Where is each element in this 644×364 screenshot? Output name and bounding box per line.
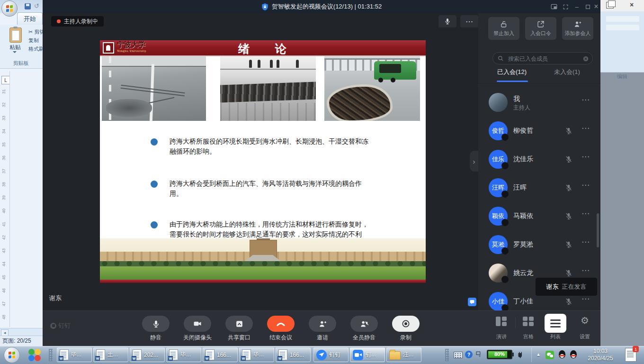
mute-all-button[interactable] xyxy=(350,316,378,332)
taskbar-grip[interactable] xyxy=(445,349,449,361)
tab-stop-selector[interactable]: L xyxy=(1,76,10,84)
settings-button[interactable]: ⚙ xyxy=(581,315,589,326)
taskbar-grip[interactable] xyxy=(49,349,53,361)
taskbar-word-doc-4[interactable]: 毕... xyxy=(166,347,201,362)
list-view-button[interactable] xyxy=(545,314,566,333)
lock-meeting-button[interactable]: 禁止加入 xyxy=(488,17,519,40)
member-row[interactable]: 莫淞 罗莫淞 ⋯ xyxy=(478,230,600,259)
pip-mode-button[interactable] xyxy=(550,3,558,10)
taskbar-dingtalk[interactable]: 钉钉 xyxy=(313,347,349,362)
speaker-view-button[interactable] xyxy=(496,317,507,326)
member-row[interactable]: 俊哲 柳俊哲 ⋯ xyxy=(478,117,600,145)
shared-slide: 绪 论 宁波大学Ningbo University 跨海大桥所服役的环境长期受到… xyxy=(100,40,426,283)
ruler-number: 31 xyxy=(1,87,6,94)
ruler-number: 33 xyxy=(1,114,6,120)
qq-tray-icon[interactable] xyxy=(558,350,566,359)
member-more-button[interactable]: ⋯ xyxy=(581,265,595,275)
taskbar-word-doc-7[interactable]: 166... xyxy=(276,347,311,362)
scroll-left-arrow[interactable]: ◄ xyxy=(1,329,9,336)
taskbar-word-doc-6[interactable]: 毕... xyxy=(239,347,274,362)
member-row[interactable]: 汪晖 汪晖 ⋯ xyxy=(478,173,600,202)
taskbar-word-doc-1[interactable]: 毕... xyxy=(57,347,92,362)
end-meeting-button[interactable] xyxy=(267,316,295,332)
cut-button[interactable]: ✂ 剪切 xyxy=(28,28,43,36)
start-button[interactable] xyxy=(4,347,20,363)
add-participant-button[interactable]: 添加参会人 xyxy=(562,17,593,40)
member-more-button[interactable]: ⋯ xyxy=(581,123,595,133)
grid-view-button[interactable] xyxy=(523,317,534,326)
muted-mic-icon[interactable] xyxy=(564,183,573,194)
close-button[interactable]: × xyxy=(592,3,600,10)
search-input[interactable] xyxy=(507,54,580,64)
wechat-tray-icon[interactable] xyxy=(546,351,554,359)
muted-mic-icon[interactable] xyxy=(564,155,573,165)
show-hidden-icons-button[interactable]: ▲ xyxy=(536,352,541,357)
mic-status-button[interactable] xyxy=(438,15,456,27)
mute-label: 静音 xyxy=(134,334,177,342)
word-doc-icon xyxy=(60,349,69,360)
member-row[interactable]: 佳乐 沈佳乐 ⋯ xyxy=(478,145,600,173)
window-tray-icon[interactable] xyxy=(475,351,482,357)
muted-mic-icon[interactable] xyxy=(564,297,573,308)
sidebar-scrollbar[interactable] xyxy=(597,213,599,247)
word-doc-icon xyxy=(133,349,142,360)
sidebar-collapse-handle[interactable]: › xyxy=(470,151,478,172)
windows-taskbar: 毕... 土... 202... 毕... 166... 毕... 166...… xyxy=(0,346,644,364)
qq-tray-icon[interactable] xyxy=(570,350,577,359)
paste-dropdown-arrow[interactable] xyxy=(13,51,17,55)
undo-icon[interactable]: ↺ xyxy=(34,2,39,9)
paste-icon[interactable] xyxy=(9,27,22,43)
muted-mic-icon[interactable] xyxy=(564,127,573,137)
word-tab-home[interactable]: 开始 xyxy=(17,12,43,25)
university-logo: 宁波大学Ningbo University xyxy=(103,42,146,54)
member-more-button[interactable]: ⋯ xyxy=(581,209,595,218)
record-button[interactable] xyxy=(392,316,420,332)
tab-not-joined[interactable]: 未入会(1) xyxy=(554,68,580,76)
member-row[interactable]: 颖依 马颖依 ⋯ xyxy=(478,202,600,230)
member-more-button[interactable]: ⋯ xyxy=(581,152,595,162)
taskbar-dingtalk-meeting[interactable]: 钉... xyxy=(350,347,385,362)
taskbar-word-doc-2[interactable]: 土... xyxy=(93,347,128,362)
taskbar-word-doc-5[interactable]: 166... xyxy=(203,347,238,362)
restore-window-icon[interactable] xyxy=(606,2,614,9)
camera-off-button[interactable] xyxy=(184,316,211,332)
member-more-button[interactable]: ⋯ xyxy=(581,180,595,190)
word-hscrollbar[interactable]: ◄ xyxy=(0,328,43,336)
keyboard-tray-icon[interactable] xyxy=(454,352,463,358)
help-tray-icon[interactable]: ? xyxy=(465,351,473,358)
grid-view-label: 宫格 xyxy=(514,333,543,340)
meeting-passcode-button[interactable]: 入会口令 xyxy=(525,17,556,40)
tab-joined[interactable]: 已入会(12) xyxy=(497,68,527,76)
maximize-button[interactable] xyxy=(584,3,591,10)
paste-label[interactable]: 粘贴 xyxy=(3,44,27,52)
share-screen-button[interactable] xyxy=(225,316,253,332)
mute-button[interactable] xyxy=(142,316,170,332)
pinwheel-app-icon[interactable] xyxy=(28,349,41,361)
clear-search-icon[interactable] xyxy=(582,55,589,62)
taskbar-clock[interactable]: 10:03 2020/4/25 xyxy=(581,348,619,362)
more-options-button[interactable]: ⋯ xyxy=(460,15,478,27)
taskbar-word-doc-3[interactable]: 202... xyxy=(130,347,165,362)
invite-button[interactable] xyxy=(309,316,336,332)
format-painter-button[interactable]: 格式刷 xyxy=(28,46,43,53)
member-more-button[interactable]: ⋯ xyxy=(581,237,595,247)
power-plug-icon[interactable] xyxy=(516,350,525,359)
battery-indicator[interactable]: 80% xyxy=(487,350,512,359)
office-button[interactable] xyxy=(1,0,18,17)
fullscreen-button[interactable] xyxy=(562,3,569,10)
slide-bullet-2: 跨海大桥会受到桥面上的汽车、海风等活荷载与海洋环境的耦合作用。 xyxy=(170,179,374,199)
member-row-me[interactable]: 我 主持人 ⋯ xyxy=(478,88,600,117)
background-word-window: 开始 ↺ 粘贴 ✂ 剪切 复制 格式刷 剪贴板 L 31323334353637… xyxy=(0,0,43,346)
chat-button[interactable] xyxy=(468,298,476,306)
end-meeting-label: 结束会议 xyxy=(259,334,302,342)
record-label: 录制 xyxy=(385,334,427,342)
notification-document-icon[interactable]: 1 xyxy=(625,348,636,362)
copy-button[interactable]: 复制 xyxy=(28,37,39,44)
minimize-button[interactable]: – xyxy=(573,3,581,10)
close-window-icon[interactable]: × xyxy=(630,1,634,9)
save-icon[interactable] xyxy=(25,3,31,9)
muted-mic-icon[interactable] xyxy=(564,240,573,251)
member-more-button[interactable]: ⋯ xyxy=(581,95,595,105)
taskbar-folder[interactable]: 汪... xyxy=(386,347,421,362)
muted-mic-icon[interactable] xyxy=(564,212,573,222)
